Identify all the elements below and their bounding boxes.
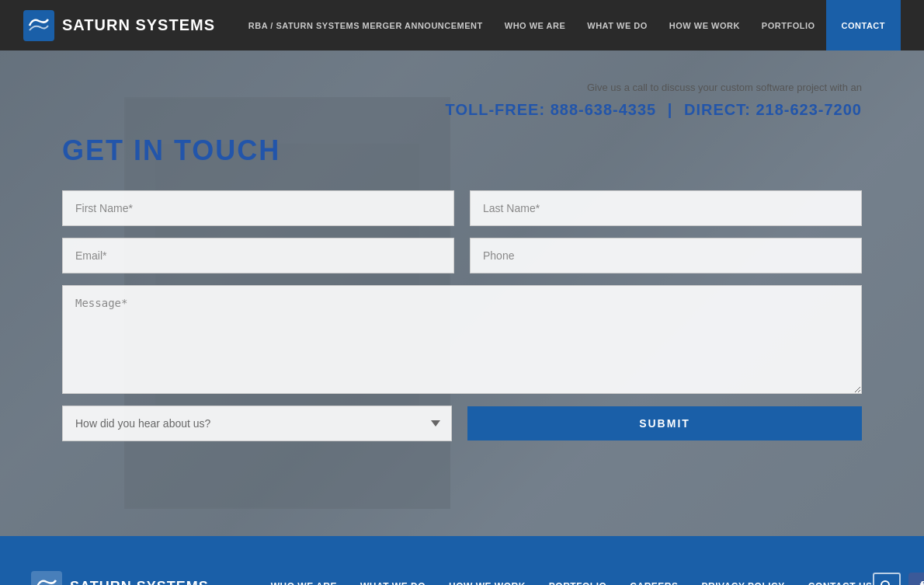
- footer-nav-contact-us[interactable]: CONTACT US: [808, 581, 873, 585]
- main-nav: RBA / SATURN SYSTEMS MERGER ANNOUNCEMENT…: [238, 0, 901, 50]
- first-name-input[interactable]: [62, 190, 454, 226]
- phone-input[interactable]: [470, 238, 862, 273]
- footer: Saturn Systems WHO WE ARE WHAT WE DO HOW…: [0, 536, 924, 585]
- phone-numbers: TOLL-FREE: 888-638-4335 | DIRECT: 218-62…: [62, 101, 862, 119]
- contact-form: How did you hear about us? Google Search…: [62, 190, 862, 441]
- nav-how-we-work[interactable]: HOW WE WORK: [658, 0, 751, 50]
- contact-description: Give us a call to discuss your custom so…: [62, 82, 862, 93]
- svg-rect-0: [23, 10, 54, 41]
- nav-who-we-are[interactable]: WHO WE ARE: [494, 0, 577, 50]
- footer-nav: WHO WE ARE WHAT WE DO HOW WE WORK PORTFO…: [271, 581, 873, 585]
- how-hear-select[interactable]: How did you hear about us? Google Search…: [62, 406, 452, 441]
- footer-logo-icon: [31, 571, 62, 585]
- search-icon[interactable]: [873, 573, 901, 585]
- last-name-input[interactable]: [470, 190, 862, 226]
- logo-text: Saturn Systems: [62, 16, 215, 34]
- nav-merger[interactable]: RBA / SATURN SYSTEMS MERGER ANNOUNCEMENT: [238, 0, 494, 50]
- footer-nav-portfolio[interactable]: PORTFOLIO: [549, 581, 607, 585]
- footer-nav-privacy[interactable]: PRIVACY POLICY: [702, 581, 785, 585]
- main-content: Give us a call to discuss your custom so…: [0, 50, 924, 536]
- footer-logo-text: Saturn Systems: [70, 579, 209, 586]
- page-title: GET IN TOUCH: [62, 134, 862, 167]
- email-input[interactable]: [62, 238, 454, 273]
- facebook-icon[interactable]: f: [908, 573, 924, 585]
- direct-label: DIRECT:: [684, 101, 751, 118]
- footer-social: f in: [873, 573, 924, 585]
- footer-nav-how[interactable]: HOW WE WORK: [449, 581, 526, 585]
- logo[interactable]: Saturn Systems: [23, 10, 215, 41]
- toll-free-number: 888-638-4335: [551, 101, 657, 118]
- content-wrapper: Give us a call to discuss your custom so…: [0, 50, 924, 472]
- svg-point-2: [881, 581, 889, 585]
- nav-portfolio[interactable]: PORTFOLIO: [751, 0, 826, 50]
- logo-icon: [23, 10, 54, 41]
- toll-free-label: TOLL-FREE:: [446, 101, 546, 118]
- email-phone-row: [62, 238, 862, 273]
- submit-button[interactable]: SUBMIT: [467, 406, 862, 440]
- phone-separator: |: [668, 101, 673, 118]
- footer-logo[interactable]: Saturn Systems: [31, 571, 209, 585]
- footer-nav-what[interactable]: WHAT WE DO: [360, 581, 426, 585]
- header: Saturn Systems RBA / SATURN SYSTEMS MERG…: [0, 0, 924, 50]
- bottom-row: How did you hear about us? Google Search…: [62, 406, 862, 441]
- message-input[interactable]: [62, 285, 862, 394]
- nav-contact[interactable]: CONTACT: [826, 0, 901, 50]
- name-row: [62, 190, 862, 226]
- direct-number: 218-623-7200: [756, 101, 862, 118]
- nav-what-we-do[interactable]: WHAT WE DO: [576, 0, 658, 50]
- footer-nav-careers[interactable]: CAREERS: [630, 581, 678, 585]
- footer-nav-who[interactable]: WHO WE ARE: [271, 581, 337, 585]
